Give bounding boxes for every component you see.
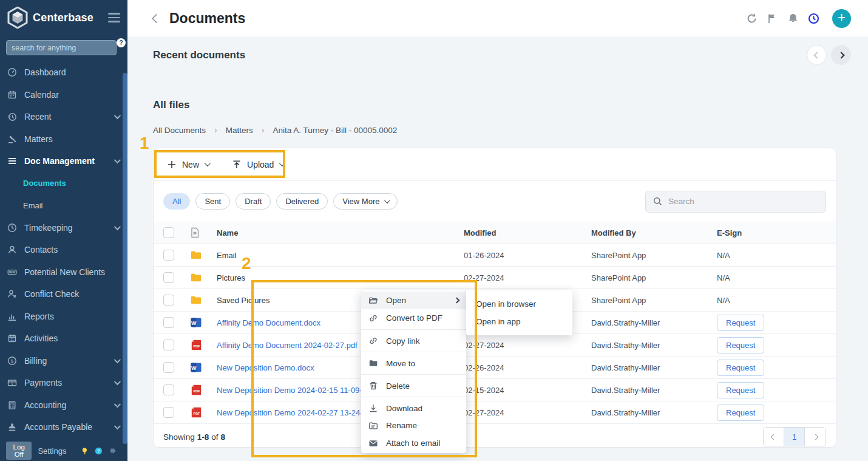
sidebar-item[interactable]: Timekeeping [0,217,127,239]
sidebar-item[interactable]: $ Payments [0,372,127,394]
time-clock-icon[interactable] [808,13,819,24]
esign-request-button[interactable]: Request [717,337,764,353]
filter-pill[interactable]: Draft [236,193,271,210]
sidebar-scrollbar[interactable] [123,73,127,444]
sidebar-item[interactable]: Matters [0,128,127,151]
gear-icon[interactable] [109,446,117,456]
breadcrumb-item[interactable]: › [214,125,217,135]
row-checkbox[interactable] [163,362,174,373]
sidebar-item[interactable]: Reports [0,306,127,328]
page-next-button[interactable] [805,428,826,446]
col-esign[interactable]: E-Sign [717,228,826,237]
search-help-icon[interactable]: ? [117,38,126,47]
esign-request-button[interactable]: Request [717,315,764,331]
col-modified-by[interactable]: Modified By [591,228,717,237]
new-button[interactable]: New [167,160,209,169]
settings-link[interactable]: Settings [38,446,66,456]
sidebar-item[interactable]: 31 Activities [0,327,127,350]
esign-request-button[interactable]: Request [717,405,764,421]
add-new-button[interactable]: + [832,9,851,28]
sidebar-item[interactable]: Contacts [0,239,127,261]
row-checkbox[interactable] [163,295,174,306]
filter-pill[interactable]: Sent [195,193,230,210]
submenu-item[interactable]: Open in browser [466,295,572,313]
sidebar-nav: Dashboard [0,61,127,439]
context-menu-item[interactable]: Convert to PDF [361,309,466,327]
help-icon[interactable]: ? [95,446,103,456]
context-menu-item[interactable]: Attach to email [361,434,466,452]
sidebar-item[interactable]: $ Billing [0,350,127,372]
breadcrumb-item[interactable]: Matters [226,126,253,135]
filter-pill[interactable]: Delivered [276,193,328,210]
sidebar-item[interactable]: Documents [0,172,127,195]
page-number[interactable]: 1 [784,428,805,446]
esign-request-button[interactable]: Request [717,360,764,376]
table-row[interactable]: PDF New Deposition Demo 2024-02-15 11-09… [154,379,836,401]
submenu-item[interactable]: Open in app [466,313,572,330]
context-menu-item[interactable]: Rename [361,417,466,434]
lightbulb-icon[interactable] [81,446,89,456]
table-row[interactable]: Pictures 02-27-2024 SharePoint App N/A [154,267,836,289]
col-modified[interactable]: Modified [464,228,591,237]
page-prev-button[interactable] [764,428,784,446]
context-menu-item[interactable]: Copy link [361,329,466,349]
breadcrumb-item[interactable]: All Documents [153,126,206,135]
row-checkbox[interactable] [163,384,174,395]
carousel-next-button[interactable] [831,45,851,65]
file-name[interactable]: Email [217,251,464,260]
content-area: Recent documents All files All Documents… [127,36,868,461]
notifications-bell-icon[interactable] [787,13,799,24]
sidebar-item[interactable]: Conflict Check [0,283,127,306]
file-type-icon: PDF [190,406,217,418]
row-checkbox[interactable] [163,272,174,283]
sidebar-item[interactable]: Calendar [0,84,127,106]
table-row[interactable]: Email 01-26-2024 SharePoint App N/A [154,244,836,267]
sidebar-collapse-icon[interactable] [108,13,120,22]
context-menu-item-label: Open [386,296,447,305]
global-search-input[interactable] [6,40,117,55]
esign-na: N/A [717,273,730,282]
context-menu-item[interactable]: Delete [361,374,466,394]
row-checkbox[interactable] [163,407,174,418]
table-search-box[interactable] [645,191,826,213]
chevron-down-icon [114,357,121,363]
context-menu-item[interactable]: Open [361,292,466,309]
sidebar-item-icon: $ [7,378,17,388]
file-name[interactable]: Pictures [217,273,464,282]
row-checkbox[interactable] [163,340,174,350]
sidebar-item[interactable]: Dashboard [0,61,127,84]
esign-cell: Request [717,382,826,398]
log-off-button[interactable]: Log Off [6,442,32,460]
sidebar-item[interactable]: Accounting [0,394,127,417]
table-row[interactable]: PDF Affinity Demo Document 2024-02-27.pd… [154,334,836,357]
col-name[interactable]: Name [217,228,464,237]
sidebar-item[interactable]: NEW Potential New Clients [0,261,127,284]
sidebar-item[interactable]: Doc Management [0,150,127,172]
table-row[interactable]: PDF New Deposition Demo 2024-02-27 13-24… [154,401,836,424]
select-all-checkbox[interactable] [163,227,174,238]
table-row[interactable]: W New Deposition Demo.docx 02-26-2024 Da… [154,357,836,379]
chevron-down-icon [114,401,121,408]
filter-pill[interactable]: View More [333,193,398,210]
esign-na: N/A [717,251,730,260]
sidebar-item[interactable]: Email [0,194,127,217]
filter-pill[interactable]: All [163,193,190,210]
carousel-prev-button[interactable] [807,45,827,65]
refresh-icon[interactable] [746,13,758,24]
breadcrumb-item[interactable]: Anita A. Turney - Bill - 00005.0002 [273,126,397,135]
table-search-input[interactable] [668,197,818,206]
upload-button[interactable]: Upload [232,160,283,169]
row-checkbox[interactable] [163,317,174,328]
context-menu-item[interactable]: Move to [361,352,466,372]
sidebar-item[interactable]: Recent [0,106,127,128]
esign-request-button[interactable]: Request [717,382,764,398]
breadcrumb-item[interactable]: › [262,125,265,135]
page-header: Documents + [127,0,868,36]
back-icon[interactable] [152,13,161,23]
sidebar-item[interactable]: Accounts Payable [0,416,127,439]
esign-cell: N/A [717,251,826,260]
flag-icon[interactable] [767,13,778,24]
context-menu-item-label: Download [386,404,459,413]
context-menu-item[interactable]: Download [361,397,466,417]
row-checkbox[interactable] [163,250,174,261]
